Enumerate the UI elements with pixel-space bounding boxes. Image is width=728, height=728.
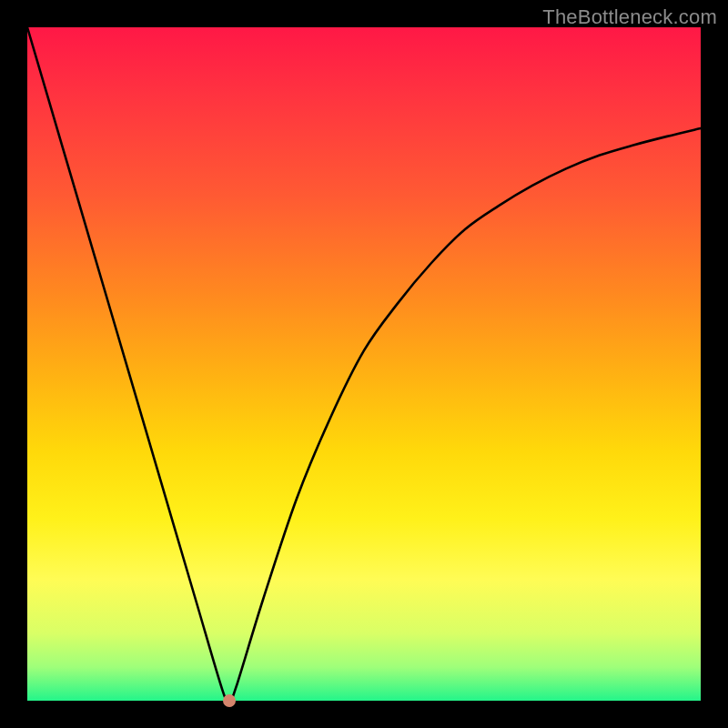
curve-svg	[27, 27, 701, 701]
curve-minimum-marker	[223, 694, 236, 707]
bottleneck-curve	[27, 27, 701, 703]
attribution-label: TheBottleneck.com	[542, 5, 717, 29]
gradient-plot-area	[27, 27, 701, 701]
chart-frame: TheBottleneck.com	[0, 0, 728, 728]
